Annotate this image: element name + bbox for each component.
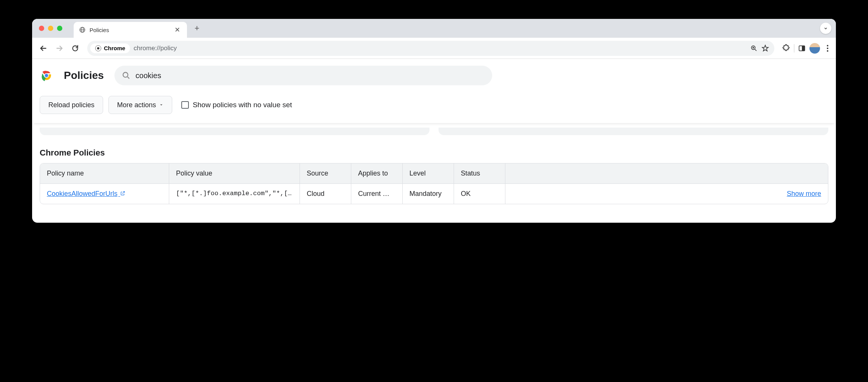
- address-bar[interactable]: Chrome chrome://policy: [87, 41, 774, 56]
- th-status: Status: [454, 163, 505, 183]
- reload-policies-button[interactable]: Reload policies: [40, 96, 103, 114]
- browser-toolbar: Chrome chrome://policy: [32, 38, 836, 59]
- tab-close-icon[interactable]: ✕: [173, 25, 182, 35]
- th-source: Source: [300, 163, 351, 183]
- svg-point-4: [97, 47, 99, 49]
- table-body: CookiesAllowedForUrls ["*,[*.]foo.exampl…: [40, 183, 828, 204]
- th-policy-value: Policy value: [169, 163, 300, 183]
- forward-button[interactable]: [53, 42, 66, 55]
- extension-area: [782, 42, 831, 55]
- policy-name-link[interactable]: CookiesAllowedForUrls: [47, 190, 125, 197]
- side-panel-icon[interactable]: [798, 45, 806, 52]
- window-maximize-button[interactable]: [57, 26, 62, 31]
- policy-search-input[interactable]: [136, 71, 485, 80]
- th-actions: [505, 163, 828, 183]
- checkbox-label: Show policies with no value set: [193, 101, 292, 109]
- dropdown-caret-icon: [159, 103, 164, 107]
- svg-line-16: [128, 77, 130, 79]
- browser-menu-icon[interactable]: [824, 42, 831, 55]
- td-level: Mandatory: [403, 184, 454, 204]
- traffic-lights: [39, 26, 62, 31]
- browser-window: Policies ✕ + Chrome chrome://policy: [32, 19, 836, 223]
- th-policy-name: Policy name: [40, 163, 169, 183]
- more-actions-button[interactable]: More actions: [108, 96, 172, 114]
- extensions-icon[interactable]: [782, 44, 790, 52]
- window-minimize-button[interactable]: [48, 26, 53, 31]
- new-tab-button[interactable]: +: [193, 22, 201, 35]
- policy-table: Policy name Policy value Source Applies …: [40, 163, 828, 204]
- td-applies: Current …: [351, 184, 403, 204]
- back-button[interactable]: [37, 42, 50, 55]
- show-empty-policies-toggle[interactable]: Show policies with no value set: [181, 101, 292, 109]
- chrome-logo-icon: [40, 69, 53, 82]
- omnibox-chip-label: Chrome: [104, 45, 125, 51]
- search-icon: [122, 71, 130, 80]
- bookmark-star-icon[interactable]: [761, 45, 769, 52]
- td-policy-name: CookiesAllowedForUrls: [40, 184, 169, 204]
- td-status: OK: [454, 184, 505, 204]
- status-card: [40, 128, 429, 135]
- reload-policies-label: Reload policies: [48, 101, 94, 109]
- window-close-button[interactable]: [39, 26, 44, 31]
- zoom-icon[interactable]: [750, 45, 758, 52]
- th-applies: Applies to: [351, 163, 403, 183]
- action-row: Reload policies More actions Show polici…: [32, 92, 836, 123]
- svg-point-15: [123, 72, 128, 77]
- tab-list-dropdown[interactable]: [820, 23, 831, 34]
- page-title: Policies: [64, 69, 104, 82]
- external-link-icon: [118, 190, 125, 197]
- tab-strip: Policies ✕ +: [32, 19, 836, 38]
- section-title: Chrome Policies: [32, 140, 836, 163]
- td-action: Show more: [505, 184, 828, 204]
- td-source: Cloud: [300, 184, 351, 204]
- profile-avatar[interactable]: [809, 43, 820, 54]
- page-header: Policies: [32, 59, 836, 92]
- th-level: Level: [403, 163, 454, 183]
- td-policy-value: ["*,[*.]foo.example.com","*,[*.…: [169, 184, 300, 204]
- page-content: Policies Reload policies More actions Sh: [32, 59, 836, 223]
- toolbar-divider: [794, 44, 794, 52]
- checkbox-icon[interactable]: [181, 101, 189, 109]
- more-actions-label: More actions: [117, 101, 156, 109]
- svg-line-6: [755, 49, 757, 51]
- status-cards-row: [32, 123, 836, 140]
- tab-title: Policies: [90, 27, 169, 33]
- reload-button[interactable]: [68, 42, 82, 55]
- policy-name-text: CookiesAllowedForUrls: [47, 190, 117, 197]
- chrome-icon: [95, 45, 102, 52]
- table-header-row: Policy name Policy value Source Applies …: [40, 163, 828, 183]
- show-more-link[interactable]: Show more: [787, 190, 821, 197]
- browser-tab[interactable]: Policies ✕: [74, 22, 187, 38]
- policy-search-box[interactable]: [114, 66, 492, 85]
- svg-rect-11: [802, 46, 805, 51]
- globe-icon: [79, 26, 86, 33]
- omnibox-chip: Chrome: [90, 43, 130, 53]
- status-card: [439, 128, 828, 135]
- omnibox-url: chrome://policy: [134, 45, 177, 52]
- table-row: CookiesAllowedForUrls ["*,[*.]foo.exampl…: [40, 183, 828, 204]
